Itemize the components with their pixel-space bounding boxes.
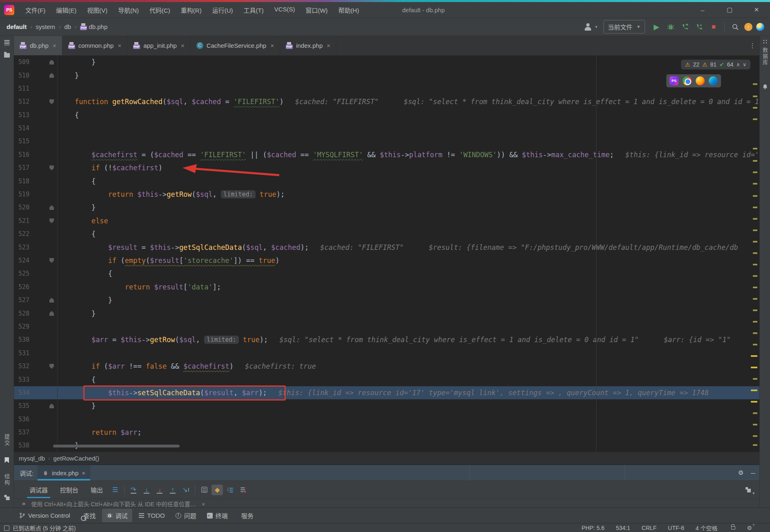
grid-dots-icon[interactable]	[763, 39, 768, 44]
close-icon[interactable]: ×	[270, 42, 274, 49]
edge-icon[interactable]	[709, 76, 718, 85]
code-text[interactable]	[57, 135, 759, 148]
phone-run-listener-icon[interactable]	[680, 22, 690, 32]
toolwindow-button-调试[interactable]: 调试	[102, 509, 132, 522]
inspections-widget[interactable]: ⚠ 22 ⚠ 81 ✔ 64 ∧ ∨	[681, 60, 750, 69]
collapse-chevrons[interactable]: »	[22, 499, 25, 508]
toolwindow-button-Version Control[interactable]: Version Control	[15, 510, 75, 521]
new-watch-icon[interactable]	[238, 485, 249, 495]
user-account-icon[interactable]	[584, 23, 592, 31]
line-number[interactable]: 515	[14, 138, 32, 145]
code-text[interactable]: }	[57, 201, 759, 214]
minimize-button[interactable]: –	[689, 2, 716, 18]
code-text[interactable]: {	[57, 109, 759, 122]
breadcrumb-item-0[interactable]: default	[7, 23, 27, 30]
toolwindow-button-服务[interactable]: 服务	[234, 509, 258, 522]
fold-end-icon[interactable]	[49, 298, 54, 303]
code-text[interactable]	[57, 413, 759, 426]
toolwindow-button-问题[interactable]: !问题	[171, 509, 201, 522]
line-number[interactable]: 525	[14, 270, 32, 277]
line-number[interactable]: 516	[14, 151, 32, 158]
code-text[interactable]: $result = $this->getSqlCacheData($sql, $…	[57, 240, 759, 254]
line-number[interactable]: 521	[14, 217, 32, 225]
editor-tab-db.php[interactable]: PHPdb.php×	[14, 36, 62, 55]
run-button[interactable]: ▶	[651, 22, 662, 32]
line-number[interactable]: 520	[14, 204, 32, 211]
fold-end-icon[interactable]	[49, 60, 54, 65]
coverage-diamond-icon[interactable]: ◆	[211, 485, 223, 495]
force-step-into-icon[interactable]: ↓	[154, 485, 165, 495]
horizontal-scrollbar[interactable]	[53, 445, 180, 447]
search-everywhere-icon[interactable]	[730, 22, 741, 32]
breadcrumb-method[interactable]: getRowCached()	[53, 455, 100, 462]
line-number[interactable]: 522	[14, 230, 32, 238]
caret-position[interactable]: 534:1	[616, 525, 630, 531]
code-text[interactable]	[57, 82, 759, 95]
line-number[interactable]: 532	[14, 363, 32, 370]
error-stripe[interactable]	[750, 56, 759, 452]
line-number[interactable]: 529	[14, 323, 32, 330]
code-text[interactable]: {	[57, 174, 759, 187]
tab-options-kebab-icon[interactable]: ⋮	[749, 42, 756, 49]
gear-icon[interactable]: ⚙	[738, 469, 743, 476]
editor-tab-common.php[interactable]: PHPcommon.php×	[62, 36, 127, 55]
structure-tool-label[interactable]: 结构	[3, 474, 11, 486]
menu-item-6[interactable]: 运行(U)	[207, 3, 238, 17]
code-text[interactable]: }	[57, 69, 759, 82]
toolwindow-button-查找[interactable]: 查找	[76, 509, 100, 522]
line-number[interactable]: 530	[14, 336, 32, 343]
php-version[interactable]: PHP: 5.6	[581, 525, 604, 531]
line-number[interactable]: 513	[14, 111, 32, 119]
code-text[interactable]: }	[57, 56, 759, 69]
menu-item-8[interactable]: VCS(S)	[269, 3, 300, 17]
code-text[interactable]: {	[57, 373, 759, 386]
run-configuration-select[interactable]: 当前文件▼	[603, 20, 645, 33]
line-number[interactable]: 526	[14, 283, 32, 291]
stop-button[interactable]: ■	[708, 22, 719, 32]
ide-services-icon[interactable]	[756, 23, 764, 31]
phpstorm-browser-icon[interactable]: PS	[670, 76, 679, 85]
editor-tab-CacheFileService.php[interactable]: CCacheFileService.php×	[191, 36, 280, 55]
maximize-button[interactable]: ▢	[716, 2, 743, 18]
menu-item-7[interactable]: 工具(T)	[238, 3, 269, 17]
menu-item-1[interactable]: 编辑(E)	[51, 3, 82, 17]
phone-debug-listener-icon[interactable]	[694, 22, 705, 32]
code-text[interactable]: if (empty($result['storecache']) == true…	[57, 254, 759, 267]
breadcrumb-item-2[interactable]: db	[64, 23, 71, 30]
fold-end-icon[interactable]	[49, 73, 54, 78]
close-icon[interactable]: ×	[82, 470, 85, 476]
fold-start-icon[interactable]	[49, 218, 54, 223]
code-text[interactable]: {	[57, 267, 759, 280]
code-text[interactable]: }	[57, 399, 759, 412]
line-number[interactable]: 519	[14, 191, 32, 198]
line-number[interactable]: 533	[14, 376, 32, 383]
line-number[interactable]: 531	[14, 349, 32, 357]
chrome-icon[interactable]	[683, 76, 692, 85]
notifications-icon[interactable]	[762, 84, 768, 89]
code-text[interactable]: return $result['data'];	[57, 280, 759, 294]
indent-setting[interactable]: 4 个空格	[696, 524, 718, 532]
close-icon[interactable]: ×	[118, 42, 121, 49]
debug-session-tab[interactable]: index.php ×	[38, 465, 90, 481]
breadcrumb-class[interactable]: mysql_db	[19, 455, 45, 462]
code-text[interactable]: if (!$cachefirst)	[57, 161, 759, 174]
toolwindow-button-TODO[interactable]: TODO	[134, 510, 169, 521]
code-text[interactable]	[57, 122, 759, 135]
fold-end-icon[interactable]	[49, 403, 54, 408]
code-text[interactable]: $cachefirst = ($cached == 'FILEFIRST' ||…	[57, 148, 759, 161]
line-ending[interactable]: CRLF	[642, 525, 657, 531]
lock-icon[interactable]	[731, 526, 735, 530]
fold-start-icon[interactable]	[49, 258, 54, 263]
database-tool-label[interactable]: 数据库	[761, 47, 769, 66]
update-project-icon[interactable]: ↑	[744, 23, 752, 31]
blocks-icon[interactable]	[4, 495, 9, 500]
step-out-icon[interactable]: ↑	[167, 485, 178, 495]
layout-settings-icon[interactable]: ▾	[742, 485, 754, 495]
breadcrumb-item-3[interactable]: db.php	[89, 23, 107, 30]
debugger-view-tab-输出[interactable]: 输出	[86, 483, 108, 496]
fold-start-icon[interactable]	[49, 364, 54, 369]
line-number[interactable]: 509	[14, 58, 32, 66]
toolwindow-button-终端[interactable]: >_终端	[203, 509, 232, 522]
menu-item-4[interactable]: 代码(C)	[144, 3, 176, 17]
code-text[interactable]: return $arr;	[57, 426, 759, 439]
